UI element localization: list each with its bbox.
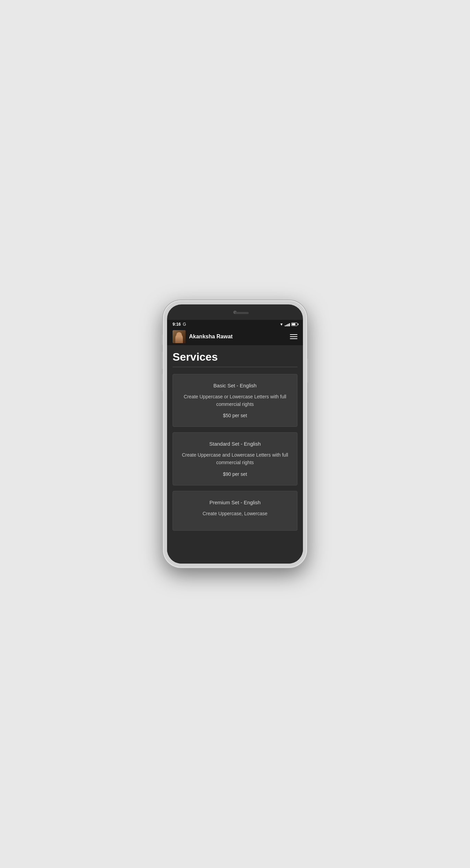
main-content-area: Services Basic Set - English Create Uppe…: [167, 345, 303, 564]
volume-down-button: [162, 374, 163, 391]
service-description-basic: Create Uppercase or Lowercase Letters wi…: [178, 393, 292, 408]
battery-fill: [292, 323, 295, 325]
lock-button: [307, 359, 308, 383]
title-divider: [173, 367, 297, 367]
service-price-basic: $50 per set: [178, 413, 292, 418]
service-description-standard: Create Uppercase and Lowercase Letters w…: [178, 451, 292, 466]
screen-content: 9:16 G ▼: [167, 320, 303, 564]
service-title-standard: Standard Set - English: [178, 441, 292, 447]
status-time: 9:16: [173, 322, 181, 327]
status-right-group: ▼: [280, 322, 297, 326]
power-button: [162, 335, 163, 345]
speaker-icon: [235, 312, 249, 314]
service-description-premium: Create Uppercase, Lowercase: [178, 510, 292, 518]
service-card-premium[interactable]: Premium Set - English Create Uppercase, …: [173, 491, 297, 531]
battery-icon: [291, 323, 297, 326]
nav-user-name: Akanksha Rawat: [189, 334, 233, 340]
service-card-standard[interactable]: Standard Set - English Create Uppercase …: [173, 432, 297, 485]
nav-left-group: Akanksha Rawat: [173, 330, 233, 343]
page-title: Services: [173, 351, 297, 363]
service-title-premium: Premium Set - English: [178, 499, 292, 505]
status-bar: 9:16 G ▼: [167, 320, 303, 328]
hamburger-menu-button[interactable]: [290, 334, 297, 339]
avatar: [173, 330, 186, 343]
service-card-basic[interactable]: Basic Set - English Create Uppercase or …: [173, 374, 297, 427]
signal-bars-icon: [285, 323, 290, 326]
service-title-basic: Basic Set - English: [178, 383, 292, 388]
status-carrier: G: [183, 322, 186, 327]
phone-screen-area: 9:16 G ▼: [167, 304, 303, 564]
volume-up-button: [162, 352, 163, 369]
nav-bar: Akanksha Rawat: [167, 328, 303, 345]
status-left-group: 9:16 G: [173, 322, 186, 327]
service-price-standard: $90 per set: [178, 471, 292, 477]
wifi-icon: ▼: [280, 322, 283, 326]
phone-device: 9:16 G ▼: [163, 300, 307, 568]
